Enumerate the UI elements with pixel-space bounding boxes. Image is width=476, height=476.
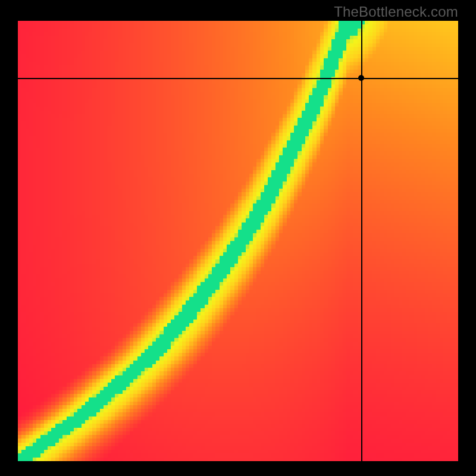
crosshair-vertical (361, 21, 362, 461)
marker-dot (358, 75, 364, 81)
plot-area (18, 21, 458, 461)
chart-frame: TheBottleneck.com (0, 0, 476, 476)
crosshair-horizontal (18, 78, 458, 79)
watermark-text: TheBottleneck.com (334, 4, 458, 20)
heatmap-canvas (18, 21, 458, 461)
